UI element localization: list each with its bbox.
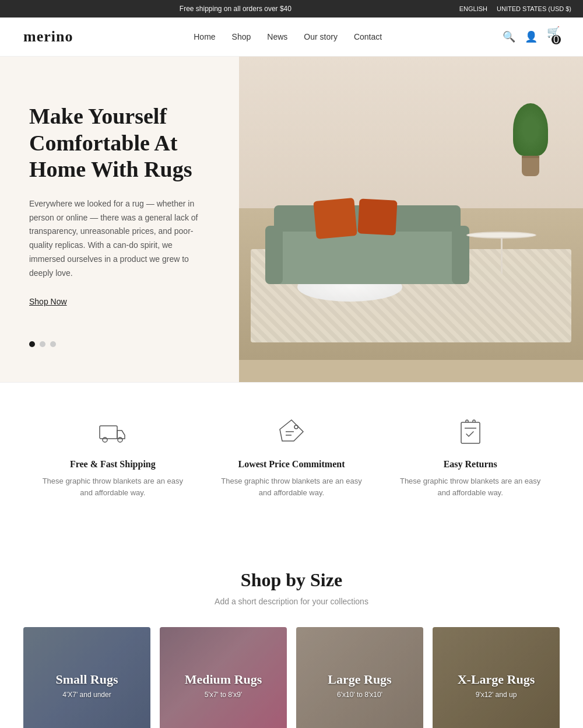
size-card-large-overlay: Large Rugs 6'x10' to 8'x10' (296, 627, 423, 728)
size-card-xlarge-overlay: X-Large Rugs 9'x12' and up (433, 627, 560, 728)
size-card-medium-sub: 5'x7' to 8'x9' (205, 691, 243, 699)
size-card-small[interactable]: Small Rugs 4'X7' and under (23, 627, 150, 728)
plant-pot (522, 156, 539, 176)
nav-news[interactable]: News (267, 32, 287, 41)
size-card-large-title: Large Rugs (328, 672, 391, 687)
feature-shipping-desc: These graphic throw blankets are an easy… (37, 475, 188, 500)
hero-dot-2[interactable] (40, 341, 45, 347)
room-scene (239, 57, 583, 360)
svg-rect-6 (461, 422, 480, 443)
svg-point-2 (118, 438, 122, 442)
room-table (466, 232, 536, 278)
feature-price-desc: These graphic throw blankets are an easy… (216, 475, 367, 500)
room-sofa (274, 202, 461, 284)
table-top (466, 232, 536, 239)
table-leg (501, 239, 503, 274)
hero-dot-3[interactable] (50, 341, 56, 347)
feature-returns: Easy Returns These graphic throw blanket… (395, 418, 546, 500)
main-nav: Home Shop News Our story Contact (194, 32, 382, 41)
svg-point-1 (103, 438, 107, 442)
svg-rect-0 (100, 426, 117, 439)
cushion-2 (357, 198, 397, 235)
size-card-xlarge[interactable]: X-Large Rugs 9'x12' and up (433, 627, 560, 728)
nav-home[interactable]: Home (194, 32, 215, 41)
sofa-arm-left (265, 226, 283, 284)
hero-dots (29, 341, 210, 347)
size-card-medium-title: Medium Rugs (185, 672, 262, 687)
language-selector[interactable]: ENGLISH (459, 5, 487, 12)
nav-our-story[interactable]: Our story (304, 32, 338, 41)
nav-contact[interactable]: Contact (354, 32, 382, 41)
feature-price: Lowest Price Commitment These graphic th… (216, 418, 367, 500)
truck-icon (37, 418, 188, 451)
header: merino Home Shop News Our story Contact … (0, 18, 583, 57)
size-grid: Small Rugs 4'X7' and under Medium Rugs 5… (23, 627, 560, 728)
return-icon (395, 418, 546, 451)
nav-shop[interactable]: Shop (232, 32, 251, 41)
shop-by-size-section: Shop by Size Add a short description for… (0, 534, 583, 728)
top-bar: Free shipping on all orders over $40 ENG… (0, 0, 583, 18)
size-card-large-sub: 6'x10' to 8'x10' (337, 691, 382, 699)
search-icon[interactable]: 🔍 (503, 30, 515, 43)
size-card-xlarge-title: X-Large Rugs (458, 672, 535, 687)
hero-image (239, 57, 583, 382)
header-icons: 🔍 👤 🛒 0 (503, 26, 560, 48)
cart-badge: 0 (552, 35, 561, 44)
hero-title: Make Yourself Comfortable At Home With R… (29, 103, 210, 183)
size-card-small-title: Small Rugs (56, 672, 118, 687)
hero-cta-button[interactable]: Shop Now (29, 297, 210, 306)
cushion-1 (313, 198, 357, 239)
feature-price-title: Lowest Price Commitment (216, 459, 367, 470)
account-icon[interactable]: 👤 (525, 30, 538, 43)
size-card-small-overlay: Small Rugs 4'X7' and under (23, 627, 150, 728)
cart-icon-wrapper[interactable]: 🛒 0 (547, 26, 560, 48)
locale-controls[interactable]: ENGLISH UNITED STATES (USD $) (459, 5, 571, 12)
size-card-medium-overlay: Medium Rugs 5'x7' to 8'x9' (160, 627, 287, 728)
plant-leaves (513, 103, 548, 156)
size-card-large[interactable]: Large Rugs 6'x10' to 8'x10' (296, 627, 423, 728)
shop-by-size-title: Shop by Size (23, 569, 560, 591)
size-card-small-sub: 4'X7' and under (62, 691, 111, 699)
shipping-notice: Free shipping on all orders over $40 (12, 5, 459, 13)
hero-description: Everywhere we looked for a rug — whether… (29, 197, 210, 281)
plant-1 (513, 103, 548, 173)
region-selector[interactable]: UNITED STATES (USD $) (497, 5, 571, 12)
tag-icon (216, 418, 367, 451)
svg-point-3 (294, 425, 298, 429)
hero-section: Make Yourself Comfortable At Home With R… (0, 57, 583, 382)
hero-dot-1[interactable] (29, 341, 35, 347)
logo[interactable]: merino (23, 28, 73, 46)
sofa-body (274, 232, 461, 284)
feature-returns-title: Easy Returns (395, 459, 546, 470)
shop-by-size-description: Add a short description for your collect… (23, 597, 560, 606)
feature-returns-desc: These graphic throw blankets are an easy… (395, 475, 546, 500)
feature-shipping: Free & Fast Shipping These graphic throw… (37, 418, 188, 500)
feature-shipping-title: Free & Fast Shipping (37, 459, 188, 470)
hero-content: Make Yourself Comfortable At Home With R… (0, 57, 239, 382)
features-section: Free & Fast Shipping These graphic throw… (0, 382, 583, 535)
size-card-xlarge-sub: 9'x12' and up (476, 691, 517, 699)
size-card-medium[interactable]: Medium Rugs 5'x7' to 8'x9' (160, 627, 287, 728)
